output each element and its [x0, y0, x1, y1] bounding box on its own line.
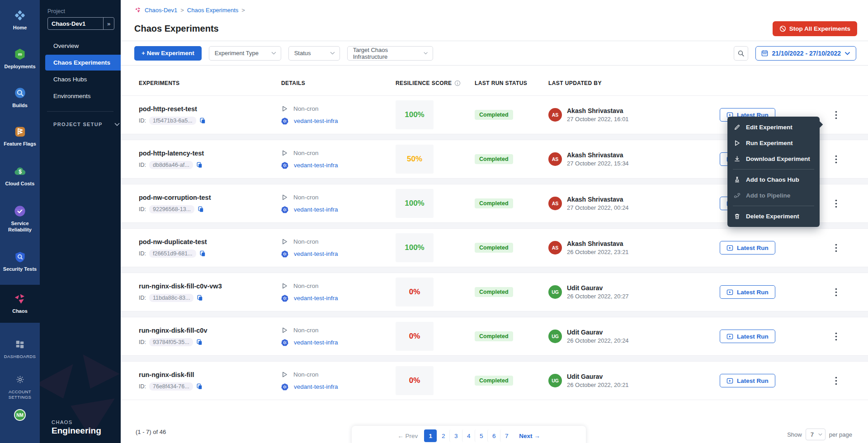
row-menu-kebab[interactable]: [833, 330, 839, 343]
next-page-button[interactable]: Next →: [519, 433, 540, 439]
breadcrumb-experiments-link[interactable]: Chaos Experiments: [187, 7, 238, 14]
updated-at: 26 October 2022, 20:21: [567, 382, 629, 388]
experiment-name[interactable]: pod-nw-corruption-test: [139, 194, 281, 201]
page-button-6[interactable]: 6: [487, 429, 500, 442]
primary-sidebar: Home ∞ Deployments Builds Feature Flags …: [0, 0, 40, 443]
menu-item-add-to-pipeline[interactable]: Add to Pipeline: [727, 188, 820, 203]
sidebar-item-chaos-experiments[interactable]: Chaos Experiments: [45, 55, 121, 71]
infrastructure-link[interactable]: vedant-test-infra: [294, 162, 338, 169]
updated-by-cell: UG Udit Gaurav 26 October 2022, 20:21: [548, 373, 720, 388]
menu-item-edit-experiment[interactable]: Edit Experiment: [727, 119, 820, 135]
sidebar-item-label: Home: [13, 25, 27, 31]
sidebar-item-service-reliability[interactable]: Service Reliability: [0, 199, 40, 238]
experiment-id-label: ID:: [139, 206, 146, 212]
experiment-name[interactable]: run-nginx-disk-fill-c0v-vw3: [139, 283, 281, 290]
page-button-5[interactable]: 5: [475, 429, 487, 442]
page-button-3[interactable]: 3: [449, 429, 462, 442]
sidebar-item-account-settings[interactable]: ACCOUNT SETTINGS: [0, 368, 40, 405]
chaos-icon: [13, 292, 27, 306]
infrastructure-link[interactable]: vedant-test-infra: [294, 206, 338, 213]
page-button-4[interactable]: 4: [462, 429, 475, 442]
sidebar-item-environments[interactable]: Environments: [40, 88, 121, 104]
page-button-2[interactable]: 2: [437, 429, 449, 442]
experiment-name[interactable]: pod-nw-duplicate-test: [139, 238, 281, 245]
row-menu-kebab[interactable]: [833, 153, 839, 165]
sidebar-item-feature-flags[interactable]: Feature Flags: [0, 120, 40, 152]
avatar: AS: [548, 152, 562, 166]
sidebar-item-cloud-costs[interactable]: $ Cloud Costs: [0, 160, 40, 192]
copy-icon[interactable]: [198, 206, 204, 212]
experiment-name[interactable]: pod-http-latency-test: [139, 150, 281, 157]
row-context-menu: Edit Experiment Run Experiment Download …: [727, 117, 820, 227]
row-menu-kebab[interactable]: [833, 242, 839, 254]
new-experiment-button[interactable]: + New Experiment: [134, 46, 202, 61]
page-button-1[interactable]: 1: [424, 429, 437, 442]
info-icon[interactable]: [454, 80, 461, 86]
row-menu-kebab[interactable]: [833, 198, 839, 210]
page-header: Chaos-Dev1 > Chaos Experiments > Chaos E…: [121, 0, 868, 41]
copy-icon[interactable]: [199, 250, 206, 257]
experiment-type-filter[interactable]: Experiment Type: [209, 46, 281, 61]
page-size-select[interactable]: 7: [806, 429, 826, 440]
menu-item-add-to-chaos-hub[interactable]: Add to Chaos Hub: [727, 172, 820, 188]
infrastructure-link[interactable]: vedant-test-infra: [294, 339, 338, 346]
date-range-picker[interactable]: 21/10/2022 - 27/10/2022: [755, 46, 856, 61]
experiment-name[interactable]: pod-http-reset-test: [139, 105, 281, 113]
user-avatar[interactable]: NM: [14, 409, 26, 421]
page-button-7[interactable]: 7: [500, 429, 513, 442]
copy-icon[interactable]: [196, 162, 203, 168]
row-menu-kebab[interactable]: [833, 286, 839, 298]
status-filter[interactable]: Status: [288, 46, 340, 61]
experiment-id-value: 76e8f434-76...: [149, 382, 193, 391]
prev-page-button[interactable]: ← Prev: [397, 433, 418, 439]
sidebar-item-deployments[interactable]: ∞ Deployments: [0, 42, 40, 75]
menu-item-delete-experiment[interactable]: Delete Experiment: [727, 208, 820, 224]
status-badge: Completed: [475, 154, 513, 164]
copy-icon[interactable]: [196, 339, 203, 345]
latest-run-button[interactable]: Latest Run: [720, 285, 775, 299]
infrastructure-link[interactable]: vedant-test-infra: [294, 383, 338, 390]
copy-icon[interactable]: [196, 383, 203, 390]
resilience-score-box: 100%: [396, 233, 434, 262]
project-selector[interactable]: Chaos-Dev1 »: [47, 17, 114, 30]
per-page-label: per page: [829, 431, 852, 438]
sidebar-item-chaos[interactable]: Chaos: [0, 285, 40, 323]
sidebar-item-chaos-hubs[interactable]: Chaos Hubs: [40, 71, 121, 87]
infrastructure-link[interactable]: vedant-test-infra: [294, 118, 338, 124]
latest-run-button[interactable]: Latest Run: [720, 374, 775, 387]
infrastructure-link[interactable]: vedant-test-infra: [294, 250, 338, 257]
sidebar-item-home[interactable]: Home: [0, 4, 40, 36]
filter-label: Experiment Type: [215, 50, 259, 57]
sidebar-item-overview[interactable]: Overview: [40, 38, 121, 54]
project-setup-toggle[interactable]: PROJECT SETUP: [53, 122, 121, 127]
stop-all-experiments-button[interactable]: Stop All Experiments: [773, 21, 857, 36]
search-icon: [737, 50, 745, 57]
experiment-name[interactable]: run-nginx-disk-fill-c0v: [139, 327, 281, 334]
experiment-name[interactable]: run-nginx-disk-fill: [139, 371, 281, 378]
copy-icon[interactable]: [197, 295, 203, 301]
row-menu-kebab[interactable]: [833, 109, 839, 121]
sidebar-item-security-tests[interactable]: Security Tests: [0, 245, 40, 278]
run-history-icon: [726, 377, 733, 384]
menu-item-download-experiment[interactable]: Download Experiment: [727, 151, 820, 167]
sidebar-item-builds[interactable]: Builds: [0, 81, 40, 114]
row-menu-kebab[interactable]: [833, 375, 839, 387]
sidebar-item-dashboards[interactable]: DASHBOARDS: [0, 333, 40, 364]
kebab-icon: [835, 199, 837, 208]
project-expand-button[interactable]: »: [103, 18, 114, 29]
search-button[interactable]: [734, 46, 748, 61]
infrastructure-link[interactable]: vedant-test-infra: [294, 295, 338, 302]
schedule-type: Non-cron: [293, 150, 319, 156]
copy-icon[interactable]: [199, 118, 206, 124]
status-cell: Completed: [475, 376, 548, 386]
target-infrastructure-filter[interactable]: Target Chaos Infrastructure: [347, 46, 433, 61]
breadcrumb-project-link[interactable]: Chaos-Dev1: [145, 7, 177, 14]
table-row: pod-nw-duplicate-test ID: f26651d9-681..…: [121, 228, 868, 267]
resilience-score-cell: 100%: [396, 233, 475, 262]
menu-item-label: Run Experiment: [746, 140, 793, 146]
menu-item-run-experiment[interactable]: Run Experiment: [727, 135, 820, 151]
latest-run-button[interactable]: Latest Run: [720, 241, 775, 254]
stop-all-label: Stop All Experiments: [789, 25, 850, 32]
latest-run-button[interactable]: Latest Run: [720, 330, 775, 343]
breadcrumb-separator: >: [180, 7, 184, 14]
